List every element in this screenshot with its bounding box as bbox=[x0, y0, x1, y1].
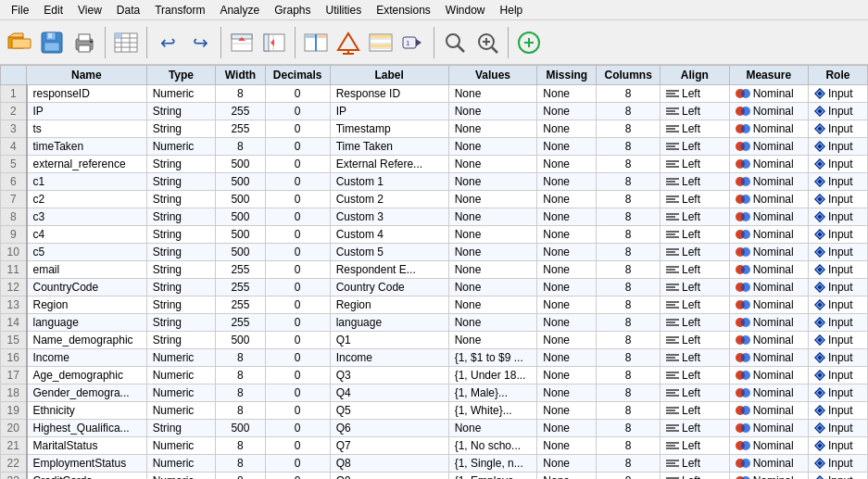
cell-columns[interactable]: 8 bbox=[597, 244, 660, 261]
cell-values[interactable]: None bbox=[448, 332, 537, 349]
cell-measure[interactable]: Nominal bbox=[729, 226, 808, 244]
cell-label[interactable]: Country Code bbox=[330, 279, 448, 296]
cell-type[interactable]: String bbox=[146, 296, 216, 314]
cell-type[interactable]: String bbox=[146, 103, 216, 120]
print-button[interactable] bbox=[69, 27, 100, 58]
cell-values[interactable]: None bbox=[448, 85, 537, 103]
cell-values[interactable]: {1, No scho... bbox=[448, 437, 537, 455]
cell-missing[interactable]: None bbox=[537, 261, 597, 279]
cell-measure[interactable]: Nominal bbox=[729, 367, 808, 384]
cell-width[interactable]: 255 bbox=[216, 296, 265, 314]
cell-role[interactable]: Input bbox=[808, 314, 867, 332]
menu-analyze[interactable]: Analyze bbox=[212, 2, 267, 19]
cell-align[interactable]: Left bbox=[660, 226, 729, 244]
cell-name[interactable]: Age_demographic bbox=[27, 367, 147, 384]
table-row[interactable]: 10c5String5000Custom 5NoneNone8Left Nomi… bbox=[1, 244, 868, 261]
cell-align[interactable]: Left bbox=[660, 156, 729, 173]
cell-measure[interactable]: Nominal bbox=[729, 156, 808, 173]
cell-name[interactable]: ts bbox=[27, 120, 147, 138]
table-row[interactable]: 20Highest_Qualifica...String5000Q6NoneNo… bbox=[1, 420, 868, 437]
cell-label[interactable]: Q8 bbox=[330, 455, 448, 473]
cell-type[interactable]: String bbox=[146, 156, 216, 173]
cell-label[interactable]: Region bbox=[330, 296, 448, 314]
table-row[interactable]: 19EthnicityNumeric80Q5{1, White}...None8… bbox=[1, 402, 868, 420]
cell-align[interactable]: Left bbox=[660, 296, 729, 314]
cell-name[interactable]: external_reference bbox=[27, 156, 147, 173]
cell-measure[interactable]: Nominal bbox=[729, 103, 808, 120]
cell-align[interactable]: Left bbox=[660, 332, 729, 349]
cell-columns[interactable]: 8 bbox=[597, 437, 660, 455]
cell-name[interactable]: EmploymentStatus bbox=[27, 455, 147, 473]
menu-file[interactable]: File bbox=[4, 2, 36, 19]
cell-measure[interactable]: Nominal bbox=[729, 120, 808, 138]
cell-measure[interactable]: Nominal bbox=[729, 279, 808, 296]
cell-role[interactable]: Input bbox=[808, 420, 867, 437]
cell-decimals[interactable]: 0 bbox=[265, 208, 330, 226]
cell-role[interactable]: Input bbox=[808, 261, 867, 279]
cell-name[interactable]: Region bbox=[27, 296, 147, 314]
cell-label[interactable]: Q4 bbox=[330, 384, 448, 402]
split-button[interactable] bbox=[300, 27, 332, 58]
cell-measure[interactable]: Nominal bbox=[729, 473, 808, 480]
cell-width[interactable]: 500 bbox=[216, 420, 265, 437]
cell-decimals[interactable]: 0 bbox=[265, 138, 330, 156]
cell-type[interactable]: Numeric bbox=[146, 85, 216, 103]
header-measure[interactable]: Measure bbox=[729, 66, 808, 85]
cell-decimals[interactable]: 0 bbox=[265, 191, 330, 208]
menu-utilities[interactable]: Utilities bbox=[318, 2, 369, 19]
cell-role[interactable]: Input bbox=[808, 226, 867, 244]
cell-decimals[interactable]: 0 bbox=[265, 173, 330, 191]
cell-values[interactable]: None bbox=[448, 156, 537, 173]
table-row[interactable]: 4timeTakenNumeric80Time TakenNoneNone8Le… bbox=[1, 138, 868, 156]
cell-align[interactable]: Left bbox=[660, 208, 729, 226]
cell-measure[interactable]: Nominal bbox=[729, 138, 808, 156]
table-row[interactable]: 12CountryCodeString2550Country CodeNoneN… bbox=[1, 279, 868, 296]
cell-values[interactable]: None bbox=[448, 138, 537, 156]
table-row[interactable]: 22EmploymentStatusNumeric80Q8{1, Single,… bbox=[1, 455, 868, 473]
cell-missing[interactable]: None bbox=[537, 420, 597, 437]
zoom-button[interactable] bbox=[472, 27, 503, 58]
cell-measure[interactable]: Nominal bbox=[729, 384, 808, 402]
cell-name[interactable]: c2 bbox=[27, 191, 147, 208]
cell-missing[interactable]: None bbox=[537, 226, 597, 244]
cell-columns[interactable]: 8 bbox=[597, 120, 660, 138]
cell-measure[interactable]: Nominal bbox=[729, 455, 808, 473]
menu-window[interactable]: Window bbox=[438, 2, 493, 19]
cell-type[interactable]: String bbox=[146, 191, 216, 208]
cell-type[interactable]: String bbox=[146, 332, 216, 349]
cell-decimals[interactable]: 0 bbox=[265, 455, 330, 473]
cell-missing[interactable]: None bbox=[537, 120, 597, 138]
cell-name[interactable]: Ethnicity bbox=[27, 402, 147, 420]
cell-type[interactable]: String bbox=[146, 279, 216, 296]
cell-name[interactable]: timeTaken bbox=[27, 138, 147, 156]
cell-columns[interactable]: 8 bbox=[597, 402, 660, 420]
cell-label[interactable]: Timestamp bbox=[330, 120, 448, 138]
cell-columns[interactable]: 8 bbox=[597, 156, 660, 173]
cell-type[interactable]: String bbox=[146, 208, 216, 226]
cell-decimals[interactable]: 0 bbox=[265, 437, 330, 455]
variable-table-container[interactable]: Name Type Width Decimals Label Values Mi… bbox=[0, 65, 868, 479]
cell-values[interactable]: None bbox=[448, 173, 537, 191]
cell-label[interactable]: Q1 bbox=[330, 332, 448, 349]
table-row[interactable]: 1responseIDNumeric80Response IDNoneNone8… bbox=[1, 85, 868, 103]
cell-label[interactable]: Q5 bbox=[330, 402, 448, 420]
header-type[interactable]: Type bbox=[146, 66, 216, 85]
cell-values[interactable]: {1, Under 18... bbox=[448, 367, 537, 384]
cell-measure[interactable]: Nominal bbox=[729, 402, 808, 420]
cell-missing[interactable]: None bbox=[537, 296, 597, 314]
cell-align[interactable]: Left bbox=[660, 138, 729, 156]
cell-values[interactable]: None bbox=[448, 314, 537, 332]
cell-columns[interactable]: 8 bbox=[597, 138, 660, 156]
cell-decimals[interactable]: 0 bbox=[265, 296, 330, 314]
cell-width[interactable]: 8 bbox=[216, 437, 265, 455]
cell-missing[interactable]: None bbox=[537, 244, 597, 261]
cell-align[interactable]: Left bbox=[660, 120, 729, 138]
cell-values[interactable]: None bbox=[448, 226, 537, 244]
table-row[interactable]: 5external_referenceString5000External Re… bbox=[1, 156, 868, 173]
cell-measure[interactable]: Nominal bbox=[729, 85, 808, 103]
cell-values[interactable]: None bbox=[448, 103, 537, 120]
cell-width[interactable]: 500 bbox=[216, 226, 265, 244]
cell-align[interactable]: Left bbox=[660, 85, 729, 103]
header-name[interactable]: Name bbox=[27, 66, 147, 85]
cell-role[interactable]: Input bbox=[808, 473, 867, 480]
